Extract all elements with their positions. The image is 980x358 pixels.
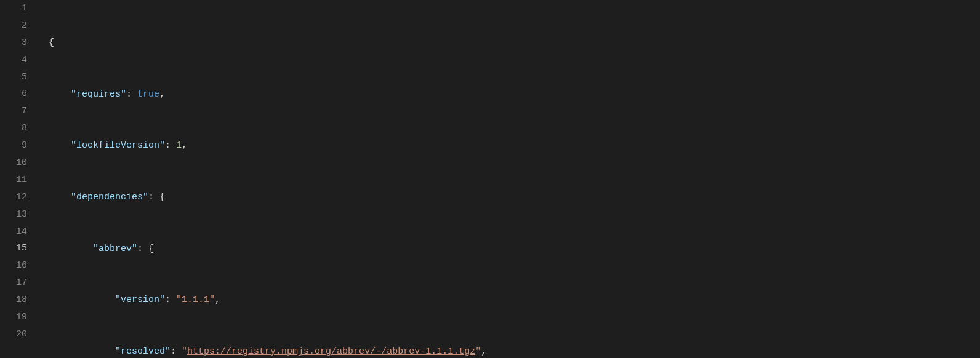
line-number: 5 — [0, 69, 27, 86]
line-number: 8 — [0, 120, 27, 137]
line-number: 7 — [0, 103, 27, 120]
line-number: 2 — [0, 17, 27, 34]
line-number: 4 — [0, 52, 27, 69]
code-line[interactable]: "resolved": "https://registry.npmjs.org/… — [43, 343, 980, 358]
line-number: 12 — [0, 189, 27, 206]
code-line[interactable]: "version": "1.1.1", — [43, 292, 980, 309]
code-line[interactable]: { — [43, 34, 980, 52]
line-number: 3 — [0, 34, 27, 52]
line-number: 1 — [0, 0, 27, 17]
code-area[interactable]: { "requires": true, "lockfileVersion": 1… — [43, 0, 980, 358]
line-number: 13 — [0, 206, 27, 223]
line-number: 19 — [0, 309, 27, 326]
code-editor[interactable]: 1 2 3 4 5 6 7 8 9 10 11 12 13 14 15 16 1… — [0, 0, 980, 358]
line-number: 6 — [0, 86, 27, 103]
code-line[interactable]: "dependencies": { — [43, 189, 980, 206]
line-number: 16 — [0, 257, 27, 274]
line-number: 14 — [0, 223, 27, 241]
code-line[interactable]: "requires": true, — [43, 86, 980, 103]
line-number: 20 — [0, 326, 27, 343]
code-line[interactable]: "lockfileVersion": 1, — [43, 137, 980, 154]
line-number: 18 — [0, 292, 27, 309]
code-line[interactable]: "abbrev": { — [43, 241, 980, 258]
line-number: 17 — [0, 274, 27, 292]
line-number: 15 — [0, 240, 27, 257]
line-number: 9 — [0, 137, 27, 154]
line-number: 10 — [0, 154, 27, 172]
line-number: 11 — [0, 172, 27, 189]
line-number-gutter: 1 2 3 4 5 6 7 8 9 10 11 12 13 14 15 16 1… — [0, 0, 43, 358]
